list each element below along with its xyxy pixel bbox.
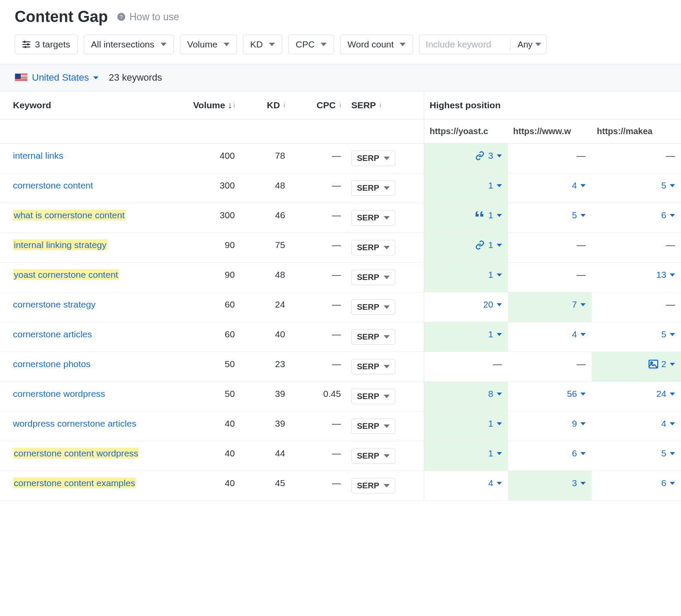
- position-cell[interactable]: 9: [508, 412, 592, 441]
- serp-button[interactable]: SERP: [351, 359, 395, 374]
- serp-button[interactable]: SERP: [351, 240, 395, 255]
- volume-cell: 40: [173, 471, 240, 501]
- serp-button[interactable]: SERP: [351, 448, 395, 464]
- position-cell[interactable]: 1: [424, 263, 508, 292]
- keyword-link[interactable]: wordpress cornerstone articles: [13, 418, 136, 428]
- keyword-link[interactable]: cornerstone content examples: [13, 478, 136, 488]
- position-cell[interactable]: 20: [424, 292, 508, 322]
- table-row: cornerstone wordpress50390.45SERP85624: [0, 382, 681, 412]
- info-icon[interactable]: i: [380, 102, 381, 109]
- include-keyword-search[interactable]: Any: [419, 35, 546, 54]
- col-cpc[interactable]: CPC i: [290, 91, 346, 119]
- country-label: United States: [32, 72, 89, 83]
- serp-button[interactable]: SERP: [351, 151, 395, 166]
- how-to-use-link[interactable]: ? How to use: [117, 11, 179, 23]
- chevron-down-icon: [384, 305, 390, 309]
- chevron-down-icon: [670, 452, 675, 455]
- position-cell[interactable]: 4: [508, 173, 592, 203]
- keyword-link[interactable]: cornerstone wordpress: [13, 389, 105, 399]
- serp-button[interactable]: SERP: [351, 210, 395, 226]
- page-title: Content Gap: [15, 8, 108, 26]
- position-cell[interactable]: 8: [424, 382, 508, 412]
- position-cell[interactable]: 1: [424, 233, 508, 263]
- position-cell[interactable]: 1: [424, 203, 508, 233]
- col-kd[interactable]: KD i: [240, 91, 290, 119]
- keyword-link[interactable]: cornerstone content: [13, 180, 93, 190]
- position-cell[interactable]: 3: [508, 471, 592, 501]
- link-icon: [475, 151, 485, 160]
- kd-cell: 39: [240, 412, 290, 441]
- position-cell[interactable]: 6: [508, 441, 592, 471]
- kd-cell: 44: [240, 441, 290, 471]
- position-cell[interactable]: 6: [592, 203, 681, 233]
- position-cell[interactable]: 13: [592, 263, 681, 292]
- serp-button[interactable]: SERP: [351, 180, 395, 196]
- kd-cell: 24: [240, 292, 290, 322]
- table-row: cornerstone photos5023—SERP——2: [0, 352, 681, 382]
- cpc-filter[interactable]: CPC: [288, 35, 334, 54]
- intersections-filter[interactable]: All intersections: [84, 35, 174, 54]
- serp-cell: SERP: [346, 173, 424, 203]
- include-keyword-mode[interactable]: Any: [511, 40, 546, 50]
- keyword-link[interactable]: cornerstone strategy: [13, 299, 95, 309]
- serp-button[interactable]: SERP: [351, 478, 395, 493]
- position-cell[interactable]: 1: [424, 173, 508, 203]
- image-icon: [648, 359, 658, 369]
- serp-button[interactable]: SERP: [351, 389, 395, 404]
- position-cell[interactable]: 1: [424, 412, 508, 441]
- keyword-link[interactable]: cornerstone articles: [13, 329, 92, 339]
- keyword-link[interactable]: what is cornerstone content: [13, 210, 126, 220]
- position-cell[interactable]: 7: [508, 292, 592, 322]
- position-cell[interactable]: 1: [424, 322, 508, 352]
- table-row: wordpress cornerstone articles4039—SERP1…: [0, 412, 681, 441]
- keyword-link[interactable]: cornerstone content wordpress: [13, 448, 139, 459]
- position-cell[interactable]: 4: [424, 471, 508, 501]
- domain-header-2: https://makea: [592, 119, 681, 144]
- chevron-down-icon: [580, 184, 586, 187]
- keyword-link[interactable]: internal links: [13, 151, 63, 160]
- position-cell[interactable]: 1: [424, 441, 508, 471]
- info-icon[interactable]: i: [284, 102, 285, 109]
- info-icon[interactable]: i: [233, 102, 235, 109]
- position-cell: —: [508, 352, 592, 382]
- col-volume[interactable]: Volume ↓i: [173, 91, 240, 119]
- position-cell[interactable]: 5: [592, 441, 681, 471]
- position-cell[interactable]: 5: [592, 322, 681, 352]
- position-cell[interactable]: 2: [592, 352, 681, 382]
- position-cell[interactable]: 6: [592, 471, 681, 501]
- serp-button[interactable]: SERP: [351, 299, 395, 315]
- keyword-link[interactable]: internal linking strategy: [13, 239, 107, 250]
- volume-cell: 50: [173, 352, 240, 382]
- col-serp[interactable]: SERP i: [346, 91, 424, 119]
- position-cell[interactable]: 5: [592, 173, 681, 203]
- keyword-link[interactable]: yoast cornerstone content: [13, 269, 119, 280]
- position-cell[interactable]: 5: [508, 203, 592, 233]
- volume-filter[interactable]: Volume: [180, 35, 237, 54]
- chevron-down-icon: [497, 452, 502, 455]
- serp-button[interactable]: SERP: [351, 329, 395, 345]
- kd-cell: 40: [240, 322, 290, 352]
- position-cell[interactable]: 24: [592, 382, 681, 412]
- include-keyword-input[interactable]: [419, 35, 510, 54]
- position-cell[interactable]: 4: [592, 412, 681, 441]
- serp-button[interactable]: SERP: [351, 418, 395, 434]
- keyword-link[interactable]: cornerstone photos: [13, 359, 91, 369]
- serp-button[interactable]: SERP: [351, 270, 395, 285]
- position-cell[interactable]: 3: [424, 144, 508, 173]
- position-cell[interactable]: 56: [508, 382, 592, 412]
- targets-filter[interactable]: 3 targets: [15, 35, 78, 54]
- kd-filter[interactable]: KD: [243, 35, 282, 54]
- link-icon: [475, 240, 485, 250]
- position-cell[interactable]: 4: [508, 322, 592, 352]
- country-selector[interactable]: United States: [15, 72, 98, 83]
- position-cell: —: [508, 263, 592, 292]
- chevron-down-icon: [670, 422, 675, 425]
- chevron-down-icon: [497, 422, 502, 425]
- volume-filter-label: Volume: [187, 39, 218, 50]
- wordcount-filter[interactable]: Word count: [340, 35, 413, 54]
- sliders-icon: [22, 41, 31, 48]
- info-icon[interactable]: i: [340, 102, 341, 109]
- chevron-down-icon: [670, 184, 675, 187]
- chevron-down-icon: [497, 244, 502, 247]
- col-keyword[interactable]: Keyword: [0, 91, 173, 119]
